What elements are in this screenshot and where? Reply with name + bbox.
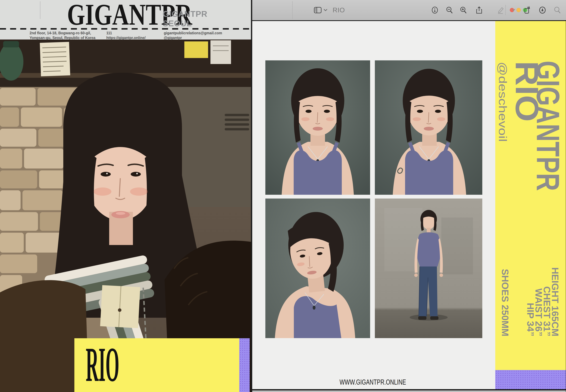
- email: gigantpublicrelations@gmail.com: [164, 31, 222, 35]
- website-link[interactable]: https://gigantpr.online/: [106, 35, 146, 40]
- compcard-header: GIGANTPR GIGANTPR SEOUL 2nd floor, 14-18…: [0, 0, 251, 40]
- comp-photo-profile: [265, 198, 370, 338]
- minimize-button[interactable]: [517, 8, 521, 12]
- dashed-divider: [0, 28, 251, 29]
- address-line-1: 2nd floor, 14-18, Bogwang-ro 60-gil,: [30, 31, 95, 35]
- preview-window: RIO: [252, 0, 566, 392]
- window-bottom-border: [252, 389, 566, 391]
- markup-pencil-icon[interactable]: [496, 6, 505, 14]
- window-title: RIO: [333, 6, 345, 14]
- footer-url-svg: WWW.GIGANTPR.ONLINE: [339, 377, 407, 387]
- comp-photo-fullbody: [375, 198, 482, 338]
- annotate-pen-icon[interactable]: [538, 6, 547, 14]
- contact-column: gigantpublicrelations@gmail.com @gigantp…: [164, 31, 222, 40]
- zoom-out-icon[interactable]: [445, 6, 453, 14]
- name-banner: RIO: [74, 338, 239, 392]
- instagram-handle: @gigantpr: [164, 35, 222, 40]
- address-column: 2nd floor, 14-18, Bogwang-ro 60-gil, Yon…: [30, 31, 95, 40]
- compcard-front: GIGANTPR GIGANTPR SEOUL 2nd floor, 14-18…: [0, 0, 251, 392]
- info-icon[interactable]: [431, 6, 439, 14]
- phone-website-column: 111 https://gigantpr.online/: [106, 31, 146, 40]
- comp-photo-front-1: [265, 60, 370, 195]
- search-icon[interactable]: [553, 6, 561, 14]
- markup-options-chevron-icon[interactable]: [511, 8, 516, 12]
- name-banner-text: RIO: [86, 344, 119, 385]
- phone: 111: [106, 31, 146, 35]
- agency-name: GIGANTPR: [163, 9, 207, 19]
- sidebar-toggle-button[interactable]: [314, 6, 322, 14]
- titlebar-divider-line: [292, 1, 293, 19]
- sidebar-purple-block: [495, 370, 566, 389]
- share-icon[interactable]: [475, 6, 483, 14]
- measurement-hip: HIP 34”: [525, 303, 536, 336]
- address-line-2: Yongsan-gu, Seoul, Republic of Korea: [30, 35, 95, 40]
- screen: GIGANTPR GIGANTPR SEOUL 2nd floor, 14-18…: [0, 0, 566, 392]
- measurement-shoes: SHOES 250MM: [500, 269, 510, 336]
- comp-photo-front-2: [375, 60, 482, 195]
- footer-url: WWW.GIGANTPR.ONLINE: [340, 378, 406, 386]
- toolbar-group-divider: [506, 5, 506, 15]
- name-banner-svg: RIO: [86, 344, 122, 385]
- sidebar-model-name: RIO: [509, 61, 545, 122]
- zoom-in-icon[interactable]: [459, 6, 467, 14]
- sidebar-rotated-text: GIGANTPR RIO @deschevoil HEIGHT 165CM CH…: [495, 21, 566, 389]
- agency-city: SEOUL: [163, 19, 207, 28]
- document-yellow-sidebar: GIGANTPR RIO @deschevoil HEIGHT 165CM CH…: [495, 21, 566, 389]
- titlebar-divider: [40, 1, 40, 19]
- rotate-left-icon[interactable]: [523, 6, 531, 14]
- banner-purple-strip: [239, 338, 250, 392]
- window-titlebar[interactable]: RIO: [252, 0, 566, 20]
- title-chevron-icon[interactable]: [323, 9, 328, 11]
- document-page[interactable]: WWW.GIGANTPR.ONLINE: [253, 21, 495, 389]
- agency-name-block: GIGANTPR SEOUL: [163, 9, 207, 28]
- window-bottom-shadow: [252, 391, 566, 392]
- window-left-border: [251, 0, 252, 392]
- sidebar-instagram: @deschevoil: [496, 62, 509, 142]
